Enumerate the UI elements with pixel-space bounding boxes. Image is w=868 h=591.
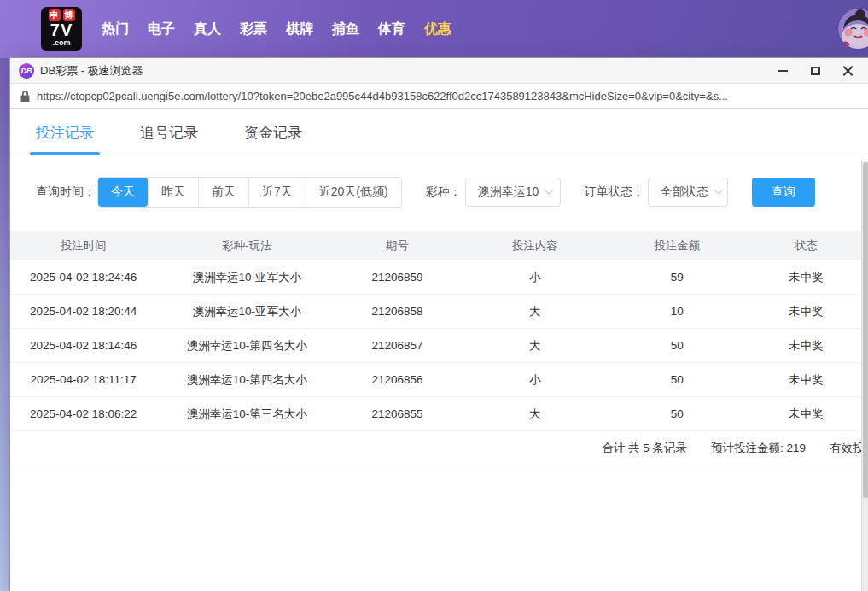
col-header-bet-amount: 投注金额 [613,238,742,254]
table-header-row: 投注时间 彩种-玩法 期号 投注内容 投注金额 状态 [10,231,868,260]
nav-item-promo[interactable]: 优惠 [415,0,461,58]
logo-badge-bo: 博 [63,9,75,21]
time-option-today[interactable]: 今天 [98,178,148,207]
summary-total-records: 合计 共 5 条记录 [602,441,687,456]
table-row: 2025-04-02 18:20:44 澳洲幸运10-亚军大小 21206858… [10,295,868,329]
window-controls [766,58,868,83]
cell-status: 未中奖 [742,372,868,388]
cell-bet-time: 2025-04-02 18:24:46 [10,271,156,284]
url-text[interactable]: https://ctopcp02pcali.uengi5e.com/lotter… [37,90,728,102]
site-logo[interactable]: 申 博 7V .com [41,7,82,51]
minimize-button[interactable] [766,58,799,83]
tab-chase-records[interactable]: 追号记录 [140,123,198,155]
time-option-daybefore[interactable]: 前天 [198,178,248,207]
nav-item-live[interactable]: 真人 [184,0,230,58]
cell-bet-time: 2025-04-02 18:11:17 [10,373,156,386]
nav-item-board[interactable]: 棋牌 [277,0,323,58]
col-header-issue: 期号 [337,238,457,254]
nav-item-lottery[interactable]: 彩票 [230,0,277,58]
cell-game-play: 澳洲幸运10-第三名大小 [156,407,337,422]
cell-bet-content: 大 [457,338,612,354]
close-button[interactable] [831,58,864,83]
time-filter-group: 今天 昨天 前天 近7天 近20天(低频) [97,177,402,208]
cell-issue: 21206858 [337,305,457,318]
user-avatar[interactable] [838,9,868,49]
nav-item-hot[interactable]: 热门 [92,0,138,58]
summary-expected-amount: 预计投注金额: 219 [711,441,806,456]
vertical-scrollbar[interactable] [861,161,868,591]
cell-bet-time: 2025-04-02 18:20:44 [10,305,156,318]
maximize-button[interactable] [799,58,831,83]
lock-icon [20,91,30,102]
time-option-7days[interactable]: 近7天 [248,178,306,207]
lottery-select[interactable]: 澳洲幸运10 [465,178,561,207]
col-header-bet-time: 投注时间 [10,238,156,254]
cell-game-play: 澳洲幸运10-第四名大小 [156,372,337,388]
nav-item-sports[interactable]: 体育 [369,0,415,58]
col-header-game-play: 彩种-玩法 [156,238,337,254]
bet-records-table: 投注时间 彩种-玩法 期号 投注内容 投注金额 状态 2025-04-02 18… [10,231,868,465]
cell-status: 未中奖 [742,304,868,319]
col-header-bet-content: 投注内容 [457,238,612,254]
status-select-value: 全部状态 [661,184,708,200]
cell-status: 未中奖 [742,407,868,422]
cell-bet-amount: 10 [613,305,742,318]
chevron-down-icon [545,185,554,195]
table-row: 2025-04-02 18:11:17 澳洲幸运10-第四名大小 2120685… [10,363,868,397]
cell-bet-content: 大 [457,407,612,422]
lottery-select-value: 澳洲幸运10 [478,184,539,200]
cell-bet-content: 小 [457,372,612,388]
tab-bet-records[interactable]: 投注记录 [36,123,94,155]
cell-bet-content: 小 [457,270,612,285]
nav-item-slots[interactable]: 电子 [138,0,184,58]
cell-status: 未中奖 [742,270,868,285]
cell-bet-amount: 50 [613,373,742,386]
table-row: 2025-04-02 18:14:46 澳洲幸运10-第四名大小 2120685… [10,329,868,363]
window-title-bar[interactable]: DB DB彩票 - 极速浏览器 [10,58,868,84]
col-header-status: 状态 [742,238,868,254]
time-option-20days[interactable]: 近20天(低频) [306,178,401,207]
cell-bet-time: 2025-04-02 18:14:46 [10,339,156,352]
avatar-face-illustration [838,9,868,49]
cell-bet-time: 2025-04-02 18:06:22 [10,407,156,420]
scrollbar-thumb[interactable] [863,162,868,498]
cell-bet-amount: 59 [613,271,742,284]
order-status-select[interactable]: 全部状态 [648,178,728,207]
table-row: 2025-04-02 18:24:46 澳洲幸运10-亚军大小 21206859… [10,260,868,295]
logo-badge-shen: 申 [49,9,61,21]
time-filter-label: 查询时间： [36,184,96,200]
logo-badges: 申 博 [49,9,75,21]
window-title: DB彩票 - 极速浏览器 [40,63,143,79]
browser-window: DB DB彩票 - 极速浏览器 https://ctopcp02pcali.ue… [10,58,868,591]
cell-status: 未中奖 [742,338,868,354]
cell-game-play: 澳洲幸运10-亚军大小 [156,270,337,285]
minimize-icon [778,70,788,72]
table-row: 2025-04-02 18:06:22 澳洲幸运10-第三名大小 2120685… [10,397,868,431]
cell-bet-amount: 50 [613,407,742,420]
time-option-yesterday[interactable]: 昨天 [148,178,198,207]
chevron-down-icon [714,185,723,195]
browser-url-bar[interactable]: https://ctopcp02pcali.uengi5e.com/lotter… [10,84,868,109]
cell-issue: 21206856 [337,373,457,386]
query-button[interactable]: 查询 [752,178,815,207]
logo-suffix-text: .com [52,39,70,47]
table-summary-row: 合计 共 5 条记录 预计投注金额: 219 有效投注 [10,431,868,465]
cell-issue: 21206859 [337,271,457,284]
page-content: 投注记录 追号记录 资金记录 查询时间： 今天 昨天 前天 近7天 近20天(低… [10,109,868,591]
cell-game-play: 澳洲幸运10-亚军大小 [156,304,337,319]
logo-main-text: 7V [50,21,73,39]
cell-bet-amount: 50 [613,339,742,352]
casino-top-bar: 申 博 7V .com 热门 电子 真人 彩票 棋牌 捕鱼 体育 优惠 [0,0,868,58]
maximize-icon [811,67,820,75]
close-icon [842,65,853,76]
filter-bar: 查询时间： 今天 昨天 前天 近7天 近20天(低频) 彩种： 澳洲幸运10 订… [36,177,868,208]
cell-game-play: 澳洲幸运10-第四名大小 [156,338,337,354]
tab-fund-records[interactable]: 资金记录 [244,123,302,155]
record-tabs: 投注记录 追号记录 资金记录 [10,109,868,155]
cell-bet-content: 大 [457,304,612,319]
nav-item-fishing[interactable]: 捕鱼 [323,0,369,58]
cell-issue: 21206855 [337,407,457,420]
lottery-select-label: 彩种： [426,184,462,200]
browser-app-icon: DB [19,63,34,79]
cell-issue: 21206857 [337,339,457,352]
